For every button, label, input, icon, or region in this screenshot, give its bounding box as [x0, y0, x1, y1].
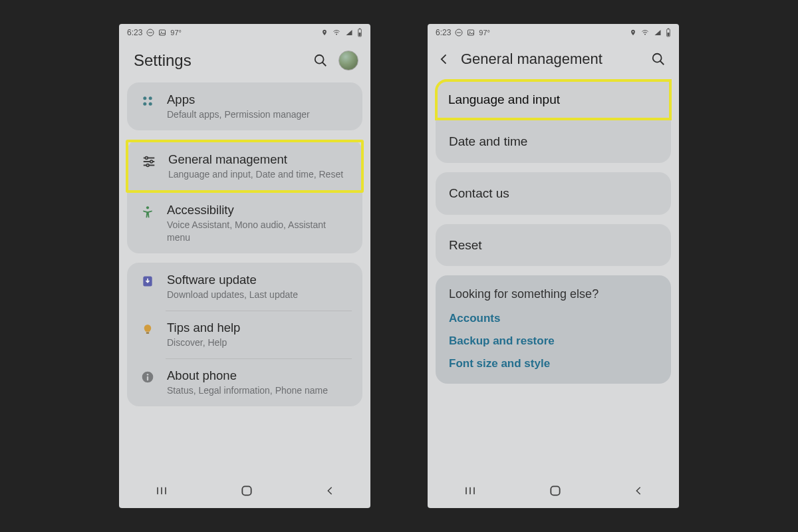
item-label: Contact us [449, 186, 509, 201]
link-accounts[interactable]: Accounts [449, 312, 658, 325]
svg-point-5 [336, 34, 337, 35]
svg-rect-39 [668, 33, 670, 36]
svg-rect-30 [242, 486, 251, 495]
svg-point-4 [324, 31, 325, 33]
svg-point-36 [644, 34, 646, 35]
svg-point-9 [315, 55, 324, 64]
update-icon [139, 272, 156, 288]
accessibility-icon [139, 202, 156, 219]
item-sub: Status, Legal information, Phone name [167, 384, 350, 397]
nav-back[interactable] [325, 485, 335, 499]
bulb-icon [139, 320, 156, 336]
svg-point-16 [146, 157, 148, 160]
settings-item-software-update[interactable]: Software update Download updates, Last u… [127, 263, 362, 311]
nav-home[interactable] [240, 484, 253, 500]
image-icon [158, 29, 166, 37]
nav-recents[interactable] [463, 485, 477, 499]
dnd-icon [455, 29, 463, 37]
item-sub: Language and input, Date and time, Reset [168, 168, 349, 181]
svg-point-20 [146, 164, 149, 167]
link-backup-restore[interactable]: Backup and restore [449, 334, 658, 348]
item-label: Accessibility [167, 202, 350, 217]
svg-rect-7 [359, 29, 360, 29]
signal-icon [654, 29, 662, 37]
status-temp: 97° [170, 29, 182, 37]
status-temp: 97° [479, 29, 490, 37]
item-label: Apps [167, 92, 350, 107]
status-bar: 6:23 97° [119, 24, 370, 41]
item-sub: Download updates, Last update [167, 289, 350, 301]
item-label: Language and input [448, 92, 658, 107]
chevron-left-icon [438, 53, 451, 66]
settings-item-apps[interactable]: Apps Default apps, Permission manager [127, 82, 362, 130]
search-button[interactable] [650, 51, 667, 68]
avatar[interactable] [338, 51, 358, 70]
gm-item-reset[interactable]: Reset [436, 224, 671, 267]
wifi-icon [640, 29, 650, 37]
item-label: General management [168, 152, 349, 167]
link-font-size-style[interactable]: Font size and style [449, 357, 658, 370]
gm-item-language-input[interactable]: Language and input [448, 92, 658, 107]
apps-icon [139, 92, 156, 108]
battery-icon [666, 28, 671, 37]
svg-point-18 [150, 160, 153, 163]
settings-item-about-phone[interactable]: About phone Status, Legal information, P… [127, 358, 362, 406]
search-button[interactable] [312, 52, 329, 69]
settings-list: Apps Default apps, Permission manager [119, 82, 370, 422]
nav-home[interactable] [549, 484, 562, 500]
svg-point-25 [147, 374, 149, 376]
highlight-general-management: General management Language and input, D… [126, 140, 364, 193]
status-time: 6:23 [436, 28, 451, 37]
svg-line-41 [660, 61, 664, 65]
status-time: 6:23 [127, 28, 142, 37]
nav-recents[interactable] [154, 485, 169, 499]
nav-bar [119, 476, 370, 508]
nav-back[interactable] [633, 485, 644, 499]
gm-item-date-time[interactable]: Date and time [436, 120, 671, 163]
sliders-icon [140, 152, 158, 169]
svg-point-11 [143, 96, 146, 100]
svg-point-35 [632, 31, 634, 33]
item-label: Tips and help [167, 320, 350, 335]
phone-general-management: 6:23 97° General management Language and… [428, 24, 679, 508]
svg-rect-26 [147, 376, 148, 381]
svg-rect-23 [146, 332, 150, 333]
status-bar: 6:23 97° [428, 24, 679, 41]
item-sub: Voice Assistant, Mono audio, Assistant m… [167, 219, 350, 244]
svg-rect-8 [359, 33, 361, 36]
location-icon [630, 29, 636, 37]
location-icon [321, 29, 328, 37]
svg-point-12 [149, 96, 152, 100]
back-button[interactable] [437, 52, 452, 66]
gm-list: Language and input Date and time Contact… [428, 79, 679, 400]
info-icon [139, 368, 156, 384]
settings-item-tips[interactable]: Tips and help Discover, Help [127, 311, 362, 358]
page-title: Settings [134, 51, 303, 70]
looking-for-card: Looking for something else? Accounts Bac… [436, 275, 671, 384]
header: General management [428, 41, 679, 80]
page-title: General management [461, 51, 640, 68]
nav-bar [428, 476, 679, 508]
svg-point-40 [653, 54, 662, 63]
item-label: About phone [167, 368, 350, 383]
svg-rect-45 [551, 486, 559, 495]
svg-rect-38 [668, 29, 669, 29]
image-icon [467, 29, 475, 37]
highlight-language-input: Language and input [435, 79, 672, 120]
svg-point-13 [143, 102, 146, 106]
wifi-icon [332, 29, 341, 37]
gm-item-contact-us[interactable]: Contact us [436, 172, 671, 215]
search-icon [313, 53, 328, 68]
looking-heading: Looking for something else? [449, 287, 658, 301]
settings-item-general-management[interactable]: General management Language and input, D… [128, 142, 361, 190]
settings-item-accessibility[interactable]: Accessibility Voice Assistant, Mono audi… [127, 193, 362, 253]
item-sub: Default apps, Permission manager [167, 108, 350, 121]
item-label: Software update [167, 272, 350, 287]
phone-settings: 6:23 97° Settings Apps [119, 24, 370, 508]
dnd-icon [146, 29, 154, 37]
svg-line-10 [323, 63, 327, 66]
search-icon [651, 52, 666, 66]
header: Settings [119, 41, 370, 82]
svg-point-21 [146, 206, 149, 209]
item-label: Date and time [449, 134, 527, 150]
